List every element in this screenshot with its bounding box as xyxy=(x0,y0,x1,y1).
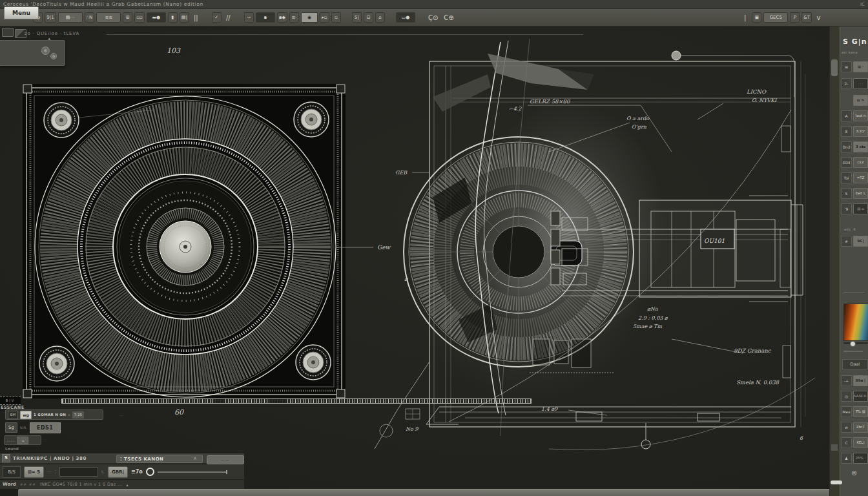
sidebar-row-5: 8 3:2O' xyxy=(841,125,868,137)
sidebar-row-6: Bnd 3 cts xyxy=(841,141,868,152)
sidebar-mid-button[interactable]: 9C| xyxy=(853,236,868,247)
rotate-right-button[interactable]: C⊕ xyxy=(442,12,455,23)
word-label[interactable]: Word xyxy=(3,482,16,487)
dropdown-chevron-button[interactable]: v xyxy=(814,12,823,23)
sidebar-bottom-glyph[interactable]: ⊜ xyxy=(851,469,857,477)
wide-pill-button[interactable]: ▭● xyxy=(396,12,415,23)
canvas-corner-icon-1[interactable] xyxy=(2,28,14,37)
color-slider-track[interactable] xyxy=(843,342,868,344)
sidebar-row-4-button[interactable]: Iaut n xyxy=(853,110,868,121)
node-tool-button[interactable]: ∴N xyxy=(85,12,95,23)
status-s-icon[interactable]: S xyxy=(2,454,10,462)
sidebar-row-8-button[interactable]: =TZ xyxy=(853,172,868,183)
panel-grid-button[interactable]: ▣ xyxy=(752,12,761,23)
panel-bm-icon[interactable]: BM xyxy=(8,411,18,419)
panel-split-button[interactable]: ▤| xyxy=(180,12,189,23)
dark-swatch-button[interactable]: ▪ xyxy=(256,12,275,23)
rotate-left-button[interactable]: Ç⊙ xyxy=(426,12,440,23)
home-button[interactable]: ⌂ xyxy=(375,12,385,23)
status-slider[interactable] xyxy=(158,471,227,473)
bs-toggle[interactable]: B/S xyxy=(3,466,21,478)
sidebar-row-6-button[interactable]: 3 cts xyxy=(853,141,868,152)
check-button[interactable]: ✓ xyxy=(212,12,222,23)
small-swatch-button[interactable]: ▫ xyxy=(331,12,341,23)
sidebar-tol-icon[interactable]: Tol xyxy=(841,172,852,183)
text-tool-button[interactable]: &T xyxy=(801,12,812,23)
sidebar-row-5-button[interactable]: 3:2O' xyxy=(853,126,868,137)
status-mini-boxes: ## ## xyxy=(20,482,36,486)
sidebar-mea-icon[interactable]: Mea xyxy=(841,406,852,417)
sidebar-grid-icon[interactable]: ⊞ xyxy=(841,61,852,72)
canvas-scrollbar-handle[interactable] xyxy=(831,59,838,76)
align-button[interactable]: ≡· xyxy=(289,12,299,23)
panel-wg-button[interactable]: wg xyxy=(20,411,32,419)
s-tool-button[interactable]: S| xyxy=(352,12,362,23)
sidebar-row-15-button[interactable]: KEL| xyxy=(853,437,868,448)
sidebar-8-icon[interactable]: 8 xyxy=(841,126,852,137)
record-ring-button[interactable] xyxy=(146,468,154,476)
sidebar-s-icon[interactable]: S xyxy=(841,188,852,199)
status-active-tab[interactable]: ⁚ TSECS KANON xyxy=(116,455,203,463)
canvas-scrollbar-bottom-box[interactable] xyxy=(831,444,838,451)
swatch-pair-button[interactable]: ▫▫ xyxy=(134,12,145,23)
sidebar-w-icon[interactable]: w xyxy=(841,422,852,433)
layers-button[interactable]: ≡≡ xyxy=(96,12,121,23)
sidebar-row-2-button[interactable]: · · · xyxy=(853,78,868,89)
eds1-button[interactable]: EDS1 xyxy=(30,422,61,433)
status-pill-button[interactable]: —— xyxy=(207,455,244,464)
list-view-button[interactable]: ▤⋯ xyxy=(58,12,83,23)
corner-tool-button[interactable]: ¬ xyxy=(244,12,254,23)
sidebar-mid-row: # 9C| xyxy=(841,235,868,247)
panel-more-dots[interactable]: ... xyxy=(119,412,123,417)
sidebar-pawn-icon[interactable]: ♟ xyxy=(841,453,852,464)
play-option-button[interactable]: ▸▫ xyxy=(320,12,329,23)
pill-toggle-button[interactable]: ▬● xyxy=(147,12,166,23)
block-button[interactable]: ▮ xyxy=(168,12,178,23)
counter-button[interactable]: 9|1 xyxy=(45,12,56,23)
annotation-text: 1.4 ⌀9 xyxy=(541,406,558,412)
shape-pair-button[interactable]: ▪◆ xyxy=(277,12,287,23)
resize-pill-handle[interactable] xyxy=(831,480,842,484)
sidebar-row-10-button[interactable]: ▤ ⌂ xyxy=(853,203,868,214)
cancel-button[interactable]: Daal xyxy=(842,359,868,370)
panel-sg-icon[interactable]: Sg xyxy=(5,422,17,433)
sidebar-9-icon[interactable]: '9 xyxy=(841,203,852,214)
sidebar-row-9-button[interactable]: baII L xyxy=(853,188,868,199)
sidebar-row-12-button[interactable]: NANI 8:35 m. xyxy=(853,391,868,402)
color-gradient-picker[interactable] xyxy=(843,304,868,341)
caret-up-icon[interactable]: ▴ xyxy=(127,482,129,487)
sidebar-row-3-button[interactable]: ⊟ = xyxy=(853,95,868,106)
sidebar-row-1-button[interactable]: ▤ · xyxy=(853,61,868,72)
menu-dot-icon-1[interactable]: 6 xyxy=(41,46,50,55)
sidebar-row-13-button[interactable]: ĦĿ ▥ xyxy=(853,406,868,417)
color-slider-knob[interactable] xyxy=(850,341,856,347)
active-mode-button[interactable]: ◉ xyxy=(301,12,318,23)
sidebar-plusminus-icon[interactable]: -+ xyxy=(841,375,852,386)
sidebar-a-icon[interactable]: A xyxy=(841,110,852,121)
sidebar-row-7-button[interactable]: c£2 xyxy=(853,157,868,168)
document-tab[interactable]: zo · QUEiloe · tLEVA xyxy=(25,31,79,36)
sidebar-row-14-button[interactable]: ZbrT xyxy=(853,422,868,433)
status-input-field[interactable] xyxy=(59,467,98,477)
status-row-2: B/S ⊞= 5 ··· ⁚ t. GBR| ≡7o xyxy=(0,464,244,479)
sidebar-band-icon[interactable]: Bnd xyxy=(841,141,852,152)
p-button[interactable]: P xyxy=(790,12,800,23)
sidebar-c-icon[interactable]: C xyxy=(841,437,852,448)
annotation-text: GELRZ 58×80 xyxy=(530,98,570,105)
sidebar-hash-icon[interactable]: # xyxy=(841,236,852,247)
sidebar-target-icon[interactable]: ◎ xyxy=(841,391,852,402)
grid-button[interactable]: ⊞ xyxy=(123,12,132,23)
gecs-button[interactable]: GEC5 xyxy=(763,12,788,23)
gbr-button[interactable]: GBR| xyxy=(108,466,128,478)
sidebar-sort-icon[interactable]: 2- xyxy=(841,78,852,89)
grid-snap-button[interactable]: ⊞= 5 xyxy=(24,466,44,478)
bottom-scrollbar-strip[interactable] xyxy=(18,489,829,496)
menu-button[interactable]: Menu xyxy=(4,6,39,19)
menu-dot-icon-2[interactable]: o xyxy=(50,53,57,59)
mini-panel-button[interactable]: ▫ xyxy=(17,437,28,444)
top-pin-callout xyxy=(672,51,794,97)
sidebar-row-11-button[interactable]: 99a | xyxy=(853,375,868,386)
minus-box-button[interactable]: ⊟ xyxy=(364,12,373,23)
sidebar-303-icon[interactable]: 3O3 xyxy=(841,157,852,168)
sidebar-row-16-button[interactable]: 25% · xyxy=(853,453,868,464)
